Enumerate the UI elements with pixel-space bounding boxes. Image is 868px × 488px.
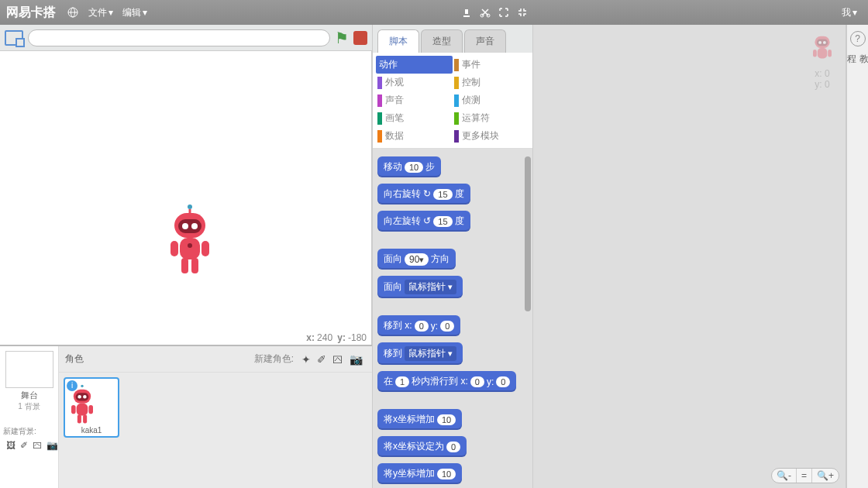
block-palette: 移动10步 向右旋转 ↻15度 向左旋转 ↺15度 面向90▾方向 面向鼠标指针… [373, 149, 532, 488]
backdrop-library-icon[interactable]: 🖼 [6, 440, 16, 451]
sprites-label: 角色 [65, 352, 254, 366]
user-menu[interactable]: 我▾ [842, 6, 857, 19]
category-侦测[interactable]: 侦测 [453, 91, 529, 109]
globe-icon [67, 6, 79, 19]
sprite-library-icon[interactable]: ✦ [301, 353, 311, 366]
shrink-tool-icon[interactable] [515, 5, 529, 19]
block-goto[interactable]: 移到鼠标指针 ▾ [377, 342, 463, 365]
tab-costumes[interactable]: 造型 [421, 29, 463, 53]
svg-rect-26 [83, 414, 87, 423]
svg-rect-24 [88, 405, 93, 414]
zoom-in-icon[interactable]: 🔍+ [811, 469, 839, 483]
svg-point-17 [81, 385, 83, 387]
category-外观[interactable]: 外观 [376, 74, 453, 91]
block-move[interactable]: 移动10步 [377, 156, 441, 177]
stamp-tool-icon[interactable] [460, 5, 474, 19]
zoom-reset-icon[interactable]: = [796, 469, 811, 483]
svg-point-5 [188, 204, 192, 209]
backdrop-paint-icon[interactable]: ✐ [20, 440, 28, 451]
category-事件[interactable]: 事件 [453, 56, 529, 74]
svg-point-10 [191, 223, 198, 229]
stage-canvas[interactable]: x: 240 y: -180 [0, 51, 372, 345]
project-title-input[interactable] [28, 29, 330, 46]
block-set-x[interactable]: 将x坐标设定为0 [377, 436, 467, 457]
stage-selector[interactable]: 舞台 1 背景 新建背景: 🖼 ✐ ⮹ 📷 [0, 346, 59, 488]
svg-point-29 [818, 41, 822, 44]
category-动作[interactable]: 动作 [376, 56, 453, 74]
help-sidebar[interactable]: ? 帮助与教程 [846, 25, 868, 488]
block-categories: 动作事件外观控制声音侦测画笔运算符数据更多模块 [373, 53, 532, 149]
svg-rect-23 [71, 405, 76, 414]
svg-rect-32 [813, 50, 817, 57]
category-数据[interactable]: 数据 [376, 127, 453, 145]
sprite-watermark: x: 0 y: 0 [807, 31, 838, 90]
category-运算符[interactable]: 运算符 [453, 109, 529, 127]
svg-rect-25 [78, 414, 81, 423]
block-goto-xy[interactable]: 移到 x:0y:0 [377, 315, 460, 336]
backdrop-upload-icon[interactable]: ⮹ [33, 440, 42, 451]
sprite-thumbnail[interactable]: i kaka1 [64, 377, 119, 438]
palette-scrollbar[interactable] [525, 156, 531, 311]
svg-rect-15 [181, 258, 188, 273]
sprite-upload-icon[interactable]: ⮹ [332, 353, 343, 366]
block-turn-left[interactable]: 向左旋转 ↺15度 [377, 211, 470, 232]
svg-rect-33 [828, 50, 832, 57]
help-icon[interactable]: ? [850, 31, 866, 46]
svg-rect-19 [76, 393, 89, 400]
svg-rect-16 [191, 258, 198, 273]
edit-menu[interactable]: 编辑▾ [122, 6, 147, 19]
stage-header: ⚑ [0, 25, 372, 51]
svg-rect-13 [170, 241, 178, 256]
editor-tabs: 脚本 造型 声音 [373, 25, 532, 53]
brand-logo: 网易卡搭 [6, 5, 56, 21]
sprite-paint-icon[interactable]: ✐ [317, 353, 326, 366]
zoom-out-icon[interactable]: 🔍- [772, 469, 796, 483]
mouse-coords: x: 240 y: -180 [306, 332, 367, 343]
stage-thumbnail[interactable] [5, 351, 53, 388]
top-menu-bar: 网易卡搭 文件▾ 编辑▾ 我▾ [0, 0, 868, 25]
zoom-controls: 🔍- = 🔍+ [771, 468, 839, 483]
block-turn-right[interactable]: 向右旋转 ↻15度 [377, 184, 470, 204]
svg-point-9 [182, 223, 188, 229]
svg-rect-28 [817, 40, 828, 46]
block-change-y[interactable]: 将y坐标增加10 [377, 463, 462, 484]
category-更多模块[interactable]: 更多模块 [453, 127, 529, 145]
sprite-camera-icon[interactable]: 📷 [350, 353, 363, 366]
block-point-direction[interactable]: 面向90▾方向 [377, 249, 456, 270]
category-控制[interactable]: 控制 [453, 74, 529, 91]
sprite-info-icon[interactable]: i [67, 380, 78, 391]
svg-point-21 [83, 395, 86, 398]
backdrop-camera-icon[interactable]: 📷 [46, 440, 58, 451]
svg-rect-22 [77, 404, 88, 416]
fullscreen-icon[interactable] [5, 30, 23, 46]
svg-rect-14 [202, 241, 209, 256]
sprite-on-stage[interactable] [163, 202, 217, 280]
svg-point-12 [188, 243, 192, 248]
cut-tool-icon[interactable] [478, 5, 492, 19]
help-label: 帮助与教程 [847, 53, 868, 66]
block-change-x[interactable]: 将x坐标增加10 [377, 409, 462, 430]
svg-rect-31 [818, 48, 827, 58]
svg-point-20 [78, 395, 81, 398]
file-menu[interactable]: 文件▾ [88, 6, 113, 19]
svg-rect-8 [178, 219, 202, 233]
block-point-towards[interactable]: 面向鼠标指针 ▾ [377, 276, 463, 298]
tab-sounds[interactable]: 声音 [464, 29, 506, 53]
block-glide[interactable]: 在1秒内滑行到 x:0y:0 [377, 371, 516, 392]
svg-point-30 [823, 41, 826, 44]
stop-icon[interactable] [353, 31, 367, 45]
category-声音[interactable]: 声音 [376, 91, 453, 109]
svg-rect-11 [180, 238, 200, 259]
language-menu[interactable] [67, 6, 79, 19]
tab-scripts[interactable]: 脚本 [377, 29, 419, 53]
green-flag-icon[interactable]: ⚑ [335, 29, 349, 47]
category-画笔[interactable]: 画笔 [376, 109, 453, 127]
scripts-workspace[interactable]: x: 0 y: 0 🔍- = 🔍+ [533, 25, 846, 488]
grow-tool-icon[interactable] [497, 5, 511, 19]
